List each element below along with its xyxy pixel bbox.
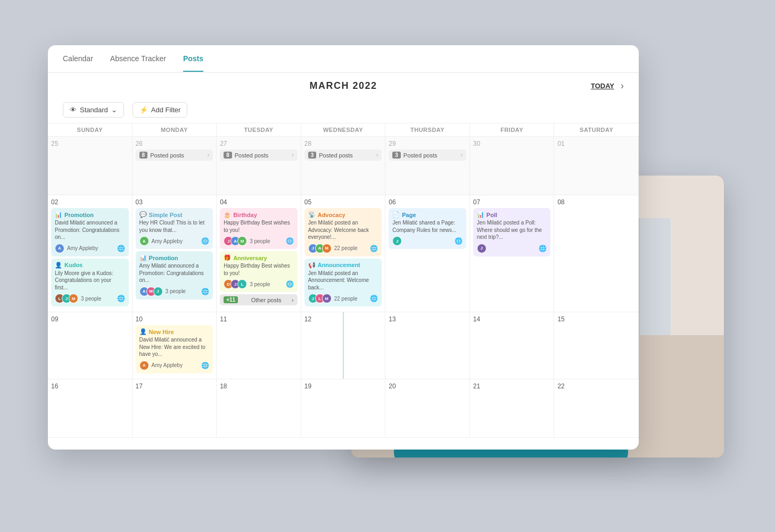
calendar-window: Calendar Absence Tracker Posts MARCH 202… <box>48 45 639 450</box>
people-count-advocacy: 22 people <box>334 245 358 251</box>
cell-w3-sun: 09 <box>48 312 133 379</box>
arrow-icon-w1-wed: › <box>376 152 378 158</box>
posted-badge-w1-wed[interactable]: 3 Posted posts › <box>304 149 382 161</box>
person-name-amy: Amy Appleby <box>67 245 98 251</box>
date-05: 05 <box>304 198 382 206</box>
posted-badge-w1-mon[interactable]: 8 Posted posts › <box>136 149 213 161</box>
other-posts-arrow: › <box>292 297 294 303</box>
people-count-anniversary: 3 people <box>250 281 270 287</box>
card-title-newhire: 👤 New Hire <box>139 328 210 335</box>
globe-icon-promotion-mon: 🌐 <box>201 288 209 295</box>
card-page[interactable]: 📄 Page Jen Milatić shared a Page: Compan… <box>389 208 466 249</box>
today-button[interactable]: TODAY <box>591 82 614 90</box>
cell-w1-tue: 27 8 Posted posts › <box>217 137 301 195</box>
date-07: 07 <box>473 198 551 206</box>
card-title-promotion-sun: 📊 Promotion <box>55 211 125 218</box>
card-newhire[interactable]: 👤 New Hire David Milatić announced a New… <box>136 325 213 373</box>
person-name-simple: Amy Appleby <box>152 238 183 244</box>
card-body-announcement: Jen Milatić posted an Announcement: Welc… <box>308 270 378 292</box>
card-footer-advocacy: J A M 22 people 🌐 <box>308 244 378 253</box>
posted-badge-w1-thu[interactable]: 3 Posted posts › <box>389 149 466 161</box>
filters-row: 👁 Standard ⌄ ⚡ Add Filter <box>48 99 639 123</box>
tab-posts[interactable]: Posts <box>183 54 203 64</box>
date-22: 22 <box>557 383 636 390</box>
card-promotion-mon[interactable]: 📊 Promotion Amy Milatić announced a Prom… <box>136 251 213 300</box>
prev-chevron[interactable]: › <box>621 80 624 92</box>
card-anniversary[interactable]: 🎁 Anniversary Happy Birthday Best wishes… <box>220 251 298 292</box>
date-06: 06 <box>389 198 466 206</box>
card-body-simple: Hey HR Cloud! This is to let you know th… <box>139 219 210 234</box>
day-header-sun: SUNDAY <box>48 123 133 136</box>
avatar-bday-3: M <box>237 236 247 246</box>
cell-w2-sun: 02 📊 Promotion David Milatić announced a… <box>48 195 133 312</box>
date-18: 18 <box>220 383 298 390</box>
globe-icon-announcement: 🌐 <box>370 295 378 302</box>
card-body-advocacy: Jen Milatić posted an Advocacy: Welcome … <box>308 219 378 241</box>
cell-w3-fri: 14 <box>470 312 555 379</box>
tab-calendar[interactable]: Calendar <box>63 54 93 64</box>
card-title-birthday: 🎂 Birthday <box>224 211 294 218</box>
card-simple-post[interactable]: 💬 Simple Post Hey HR Cloud! This is to l… <box>136 208 213 249</box>
card-announcement[interactable]: 📢 Announcement Jen Milatić posted an Ann… <box>304 259 382 307</box>
svg-rect-3 <box>639 218 640 335</box>
other-posts-text: Other posts <box>251 297 282 303</box>
cell-w4-fri: 21 <box>470 379 555 438</box>
tab-absence-tracker[interactable]: Absence Tracker <box>110 54 166 64</box>
avatar-group-poll: J <box>477 244 487 253</box>
card-footer-promotion-sun: A Amy Appleby 🌐 <box>55 244 125 253</box>
avatar-simple: A <box>139 236 149 246</box>
card-title-anniversary: 🎁 Anniversary <box>224 254 294 261</box>
date-20: 20 <box>389 383 466 390</box>
avatar-group-birthday: J A M 3 people <box>224 236 270 246</box>
card-kudos-sun[interactable]: 👤 Kudos Lily Moore give a Kudos: Congrat… <box>51 259 129 307</box>
simple-icon: 💬 <box>139 211 147 218</box>
cell-w1-wed: 28 3 Posted posts › <box>301 137 386 195</box>
avatar-group-simple: A Amy Appleby <box>139 236 183 246</box>
cell-w3-thu: 13 <box>385 312 470 379</box>
date-02: 02 <box>51 198 129 206</box>
promotion-mon-icon: 📊 <box>139 254 147 261</box>
globe-icon-advocacy: 🌐 <box>370 245 378 252</box>
filter-icon: ⚡ <box>139 106 148 114</box>
card-title-announcement: 📢 Announcement <box>308 262 378 269</box>
card-footer-promotion-mon: A M J 3 people 🌐 <box>139 287 210 296</box>
badge-count-w1-mon: 8 <box>139 152 148 159</box>
card-birthday[interactable]: 🎂 Birthday Happy Birthday Best wishes to… <box>220 208 298 249</box>
cell-w1-thu: 29 3 Posted posts › <box>385 137 470 195</box>
cell-w2-thu: 06 📄 Page Jen Milatić shared a Page: Com… <box>385 195 470 312</box>
posted-badge-w1-tue[interactable]: 8 Posted posts › <box>220 149 298 161</box>
day-header-sat: SATURDAY <box>554 123 639 136</box>
day-headers: SUNDAY MONDAY TUESDAY WEDNESDAY THURSDAY… <box>48 123 639 137</box>
card-promotion-sun[interactable]: 📊 Promotion David Milatić announced a Pr… <box>51 208 129 256</box>
date-15: 15 <box>557 315 635 323</box>
poll-icon: 📊 <box>477 211 484 218</box>
date-08: 08 <box>557 198 635 206</box>
card-body-kudos: Lily Moore give a Kudos: Congratulations… <box>55 270 125 292</box>
card-body-poll: Jen Milatić posted a Poll: Where should … <box>477 219 547 241</box>
card-advocacy[interactable]: 📡 Advocacy Jen Milatić posted an Advocac… <box>304 208 382 256</box>
cell-w1-fri: 30 <box>470 137 555 195</box>
card-poll[interactable]: 📊 Poll Jen Milatić posted a Poll: Where … <box>473 208 551 256</box>
cell-w4-sat: 22 <box>554 379 639 438</box>
card-body-newhire: David Milatić announced a New Hire: We a… <box>139 336 210 358</box>
add-filter-button[interactable]: ⚡ Add Filter <box>133 102 188 118</box>
card-body-birthday: Happy Birthday Best wishes to you! <box>224 219 294 234</box>
avatar-amy: A <box>55 244 64 253</box>
other-posts-badge[interactable]: +11 Other posts › <box>220 294 298 305</box>
avatar-group-promotion-mon: A M J 3 people <box>139 287 186 296</box>
header-right: TODAY › <box>591 80 624 92</box>
standard-filter[interactable]: 👁 Standard ⌄ <box>63 102 124 118</box>
globe-icon-promotion-sun: 🌐 <box>117 245 125 252</box>
globe-icon-kudos: 🌐 <box>117 295 125 302</box>
badge-count-w1-thu: 3 <box>392 152 401 159</box>
card-footer-announcement: J L M 22 people 🌐 <box>308 294 378 303</box>
day-header-thu: THURSDAY <box>385 123 470 136</box>
date-10: 10 <box>136 315 213 323</box>
avatar-newhire: A <box>139 361 149 370</box>
cell-w1-sun: 25 <box>48 137 133 195</box>
arrow-icon-w1-thu: › <box>461 152 463 158</box>
cell-w3-tue: 11 <box>217 312 301 379</box>
avatar-group-anniversary: D J L 3 people <box>224 279 270 289</box>
cell-w2-mon: 03 💬 Simple Post Hey HR Cloud! This is t… <box>133 195 217 312</box>
date-26: 26 <box>136 140 213 147</box>
